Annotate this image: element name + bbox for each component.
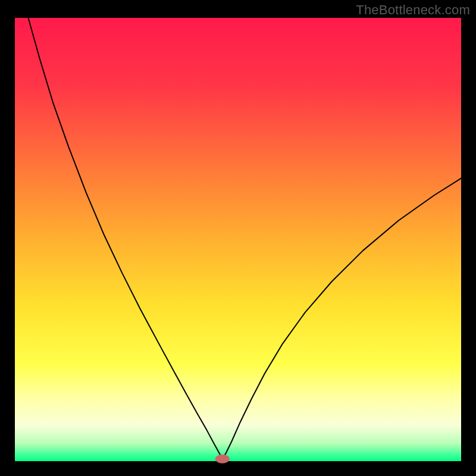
- bottleneck-chart: [0, 0, 476, 476]
- plot-background: [15, 18, 461, 461]
- minimum-marker: [215, 455, 230, 464]
- chart-frame: { "watermark": "TheBottleneck.com", "cha…: [0, 0, 476, 476]
- watermark-text: TheBottleneck.com: [356, 2, 470, 18]
